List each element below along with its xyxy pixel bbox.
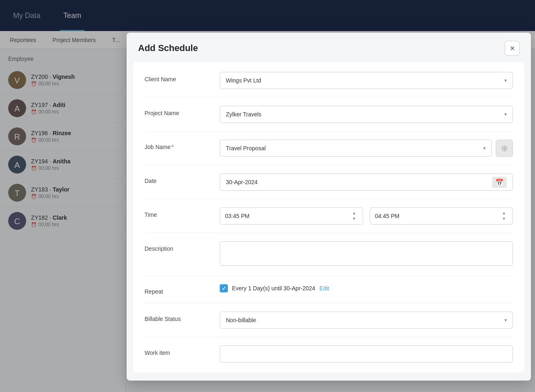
project-name-label: Project Name (145, 106, 210, 116)
billable-status-label: Billable Status (145, 312, 210, 322)
close-icon: ✕ (510, 45, 515, 52)
time-label: Time (145, 207, 210, 218)
time-end-arrows: ▲ ▼ (500, 210, 508, 222)
time-end-value: 04:45 PM (375, 213, 399, 219)
description-label: Description (145, 241, 210, 252)
time-end-field[interactable]: 04:45 PM ▲ ▼ (370, 207, 513, 225)
job-name-select[interactable]: Travel Proposal ▾ (220, 140, 492, 157)
description-control (220, 241, 513, 267)
calendar-icon[interactable]: 📅 (492, 177, 507, 188)
time-control: 03:45 PM ▲ ▼ 04:45 PM ▲ ▼ (220, 207, 513, 225)
time-start-value: 03:45 PM (225, 213, 250, 219)
job-name-row: Job Name* Travel Proposal ▾ ⊕ (145, 140, 513, 157)
time-start-down-arrow[interactable]: ▼ (350, 216, 358, 222)
job-name-control: Travel Proposal ▾ ⊕ (220, 140, 513, 157)
repeat-row: Repeat ✓ Every 1 Day(s) until 30-Apr-202… (145, 284, 513, 295)
project-name-value: Zylker Travels (226, 111, 261, 118)
repeat-text: Every 1 Day(s) until 30-Apr-2024 (232, 285, 315, 292)
modal-close-button[interactable]: ✕ (505, 41, 519, 56)
date-label: Date (145, 174, 210, 184)
date-value: 30-Apr-2024 (226, 179, 258, 185)
checkmark-icon: ✓ (222, 285, 226, 292)
work-item-label: Work item (145, 345, 210, 356)
date-control: 30-Apr-2024 📅 (220, 174, 513, 191)
project-name-row: Project Name Zylker Travels ▾ (145, 106, 513, 123)
time-end-down-arrow[interactable]: ▼ (500, 216, 508, 222)
date-input[interactable]: 30-Apr-2024 📅 (220, 174, 513, 191)
job-name-value: Travel Proposal (226, 145, 266, 151)
work-item-control (220, 345, 513, 363)
add-schedule-modal: Add Schedule ✕ Client Name Wings Pvt Ltd… (127, 33, 531, 381)
chevron-down-icon: ▾ (504, 317, 507, 323)
repeat-label: Repeat (145, 284, 210, 295)
billable-status-row: Billable Status Non-billable ▾ (145, 312, 513, 329)
time-row: Time 03:45 PM ▲ ▼ 04:45 PM (145, 207, 513, 225)
time-end-up-arrow[interactable]: ▲ (500, 210, 508, 216)
repeat-edit-link[interactable]: Edit (319, 285, 329, 292)
job-name-label: Job Name* (145, 140, 210, 150)
add-icon: ⊕ (501, 143, 508, 153)
chevron-down-icon: ▾ (483, 145, 486, 151)
client-name-select[interactable]: Wings Pvt Ltd ▾ (220, 72, 513, 89)
repeat-field-group: ✓ Every 1 Day(s) until 30-Apr-2024 Edit (220, 284, 513, 292)
repeat-control: ✓ Every 1 Day(s) until 30-Apr-2024 Edit (220, 284, 513, 292)
time-start-field[interactable]: 03:45 PM ▲ ▼ (220, 207, 363, 225)
chevron-down-icon: ▾ (504, 111, 507, 117)
job-add-button[interactable]: ⊕ (496, 140, 513, 157)
time-fields-group: 03:45 PM ▲ ▼ 04:45 PM ▲ ▼ (220, 207, 513, 225)
required-indicator: * (172, 144, 174, 150)
billable-status-value: Non-billable (226, 317, 256, 323)
work-item-row: Work item (145, 345, 513, 363)
date-row: Date 30-Apr-2024 📅 (145, 174, 513, 191)
modal-body: Client Name Wings Pvt Ltd ▾ Project Name… (133, 62, 524, 372)
client-name-row: Client Name Wings Pvt Ltd ▾ (145, 72, 513, 89)
work-item-input[interactable] (220, 345, 513, 363)
client-name-control: Wings Pvt Ltd ▾ (220, 72, 513, 89)
chevron-down-icon: ▾ (504, 78, 507, 83)
client-name-value: Wings Pvt Ltd (226, 77, 261, 84)
description-row: Description (145, 241, 513, 267)
time-start-up-arrow[interactable]: ▲ (350, 210, 358, 216)
description-textarea[interactable] (220, 241, 513, 266)
modal-title: Add Schedule (138, 43, 198, 53)
billable-status-control: Non-billable ▾ (220, 312, 513, 329)
client-name-label: Client Name (145, 72, 210, 82)
repeat-checkbox[interactable]: ✓ (220, 284, 228, 292)
time-start-arrows: ▲ ▼ (350, 210, 358, 222)
job-name-field-group: Travel Proposal ▾ ⊕ (220, 140, 513, 157)
billable-status-select[interactable]: Non-billable ▾ (220, 312, 513, 329)
modal-header: Add Schedule ✕ (127, 33, 531, 62)
project-name-select[interactable]: Zylker Travels ▾ (220, 106, 513, 123)
project-name-control: Zylker Travels ▾ (220, 106, 513, 123)
